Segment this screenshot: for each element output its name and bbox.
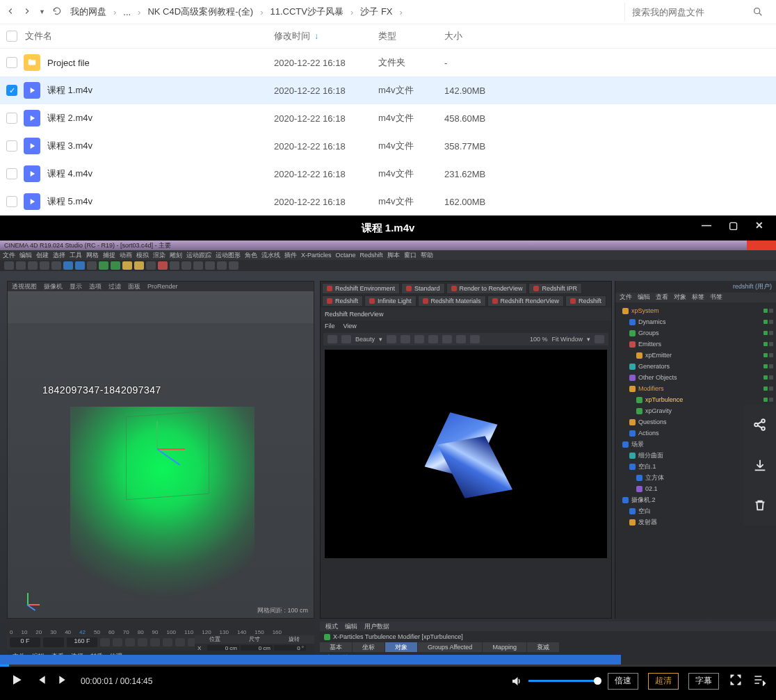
- file-type: 文件夹: [378, 56, 444, 69]
- quality-button[interactable]: 超清: [648, 673, 679, 690]
- table-row[interactable]: 课程 5.m4v2020-12-22 16:18m4v文件162.00MB: [0, 188, 776, 215]
- rendered-object: [429, 412, 512, 496]
- header-mtime[interactable]: 修改时间↓: [274, 30, 378, 42]
- table-row[interactable]: Project file2020-12-22 16:18文件夹-: [0, 49, 776, 76]
- file-type: m4v文件: [378, 140, 444, 152]
- table-row[interactable]: 课程 3.m4v2020-12-22 16:18m4v文件358.77MB: [0, 132, 776, 160]
- breadcrumb-p3[interactable]: 沙子 FX: [360, 6, 392, 18]
- row-checkbox[interactable]: [6, 113, 17, 124]
- row-checkbox[interactable]: [6, 57, 17, 68]
- breadcrumb-p2[interactable]: 11.CCTV沙子风暴: [270, 6, 343, 18]
- breadcrumb-ellipsis[interactable]: ...: [123, 7, 131, 17]
- share-icon[interactable]: [744, 405, 776, 445]
- file-size: 358.77MB: [444, 141, 528, 152]
- breadcrumb-root[interactable]: 我的网盘: [70, 6, 106, 18]
- file-size: -: [444, 58, 528, 68]
- table-row[interactable]: 课程 1.m4v2020-12-22 16:18m4v文件142.90MB: [0, 76, 776, 104]
- object-manager-tabs: 文件编辑查看对象标签书签: [615, 293, 776, 302]
- axis-indicator-icon: [23, 589, 44, 610]
- nav-back-icon[interactable]: [6, 6, 15, 18]
- file-size: 458.60MB: [444, 113, 528, 124]
- viewport-menu: 透视视图摄像机显示选项过滤面板ProRender: [8, 282, 314, 291]
- row-checkbox[interactable]: [6, 168, 17, 179]
- header-type[interactable]: 类型: [378, 30, 444, 42]
- file-name: 课程 5.m4v: [47, 195, 92, 208]
- nav-dropdown-icon[interactable]: ▼: [39, 8, 45, 15]
- file-type: m4v文件: [378, 84, 444, 97]
- search-input[interactable]: [632, 7, 752, 17]
- svg-point-0: [754, 8, 760, 14]
- renderview-toolbar: Beauty▾ 100 % Fit Window▾: [323, 333, 608, 345]
- watermark-text: 1842097347-1842097347: [42, 384, 161, 396]
- header-name[interactable]: 文件名: [24, 30, 274, 42]
- close-icon[interactable]: ✕: [747, 215, 772, 235]
- download-icon[interactable]: [744, 445, 776, 485]
- table-row[interactable]: 课程 2.m4v2020-12-22 16:18m4v文件458.60MB: [0, 104, 776, 132]
- prev-button[interactable]: [33, 673, 47, 689]
- row-checkbox[interactable]: [6, 140, 17, 152]
- next-button[interactable]: [57, 673, 71, 689]
- fullscreen-icon[interactable]: [729, 673, 743, 689]
- c4d-close-icon: [747, 241, 776, 250]
- table-header: 文件名 修改时间↓ 类型 大小: [0, 24, 776, 49]
- search-box[interactable]: [624, 3, 770, 21]
- speed-button[interactable]: 倍速: [608, 673, 638, 690]
- select-all-checkbox[interactable]: [6, 31, 17, 42]
- file-name: 课程 2.m4v: [47, 112, 92, 124]
- layout-label: redshift (用户): [615, 281, 776, 293]
- file-mtime: 2020-12-22 16:18: [274, 169, 378, 179]
- video-icon: [24, 165, 40, 182]
- nav-forward-icon[interactable]: [22, 6, 32, 18]
- breadcrumb: 我的网盘 › ... › NK C4D高级案例教程-(全) › 11.CCTV沙…: [70, 6, 624, 18]
- video-frame: CINEMA 4D R19.024 Studio (RC - R19) - [s…: [0, 241, 776, 665]
- renderview-menu: FileView: [321, 320, 611, 332]
- file-size: 231.62MB: [444, 169, 528, 179]
- file-name: Project file: [47, 58, 90, 68]
- search-icon[interactable]: [752, 6, 763, 17]
- player-title: 课程 1.m4v: [362, 222, 415, 235]
- volume-control[interactable]: [510, 675, 598, 687]
- progress-bar[interactable]: [0, 665, 776, 667]
- c4d-icon-bar: [0, 260, 776, 271]
- file-mtime: 2020-12-22 16:18: [274, 113, 378, 124]
- file-mtime: 2020-12-22 16:18: [274, 58, 378, 68]
- file-type: m4v文件: [378, 112, 444, 124]
- subtitle-button[interactable]: 字幕: [688, 673, 719, 690]
- file-name: 课程 1.m4v: [47, 84, 92, 97]
- file-type: m4v文件: [378, 168, 444, 180]
- redshift-renderview-panel: Redshift EnvironmentStandardRender to Re…: [320, 281, 612, 619]
- time-display: 00:00:01 / 00:14:45: [81, 676, 152, 686]
- video-icon: [24, 193, 40, 210]
- video-player: 课程 1.m4v — ▢ ✕ CINEMA 4D R19.024 Studio …: [0, 215, 776, 697]
- c4d-titlebar: CINEMA 4D R19.024 Studio (RC - R19) - [s…: [0, 241, 776, 250]
- folder-icon: [24, 54, 40, 71]
- playlist-icon[interactable]: [752, 673, 766, 689]
- row-checkbox[interactable]: [6, 196, 17, 207]
- playback-bar: 00:00:01 / 00:14:45 倍速 超清 字幕: [0, 665, 776, 697]
- nav-refresh-icon[interactable]: [52, 6, 62, 18]
- video-icon: [24, 138, 40, 154]
- window-controls: — ▢ ✕: [694, 215, 772, 235]
- row-checkbox[interactable]: [6, 85, 17, 96]
- file-mtime: 2020-12-22 16:18: [274, 197, 378, 207]
- file-type: m4v文件: [378, 195, 444, 208]
- file-size: 162.00MB: [444, 197, 528, 207]
- sort-icon: ↓: [314, 31, 318, 41]
- minimize-icon[interactable]: —: [694, 215, 719, 235]
- player-titlebar: 课程 1.m4v — ▢ ✕: [0, 215, 776, 241]
- video-icon: [24, 82, 40, 99]
- play-button[interactable]: [10, 673, 24, 689]
- renderview-title: Redshift RenderView: [321, 308, 611, 320]
- table-row[interactable]: 课程 4.m4v2020-12-22 16:18m4v文件231.62MB: [0, 160, 776, 188]
- file-name: 课程 3.m4v: [47, 140, 92, 152]
- viewport-footer-text: 网格间距 : 100 cm: [257, 606, 308, 615]
- breadcrumb-p1[interactable]: NK C4D高级案例教程-(全): [147, 6, 253, 18]
- header-size[interactable]: 大小: [444, 30, 528, 42]
- file-mtime: 2020-12-22 16:18: [274, 86, 378, 96]
- maximize-icon[interactable]: ▢: [720, 215, 745, 235]
- redshift-tab-bar: Redshift EnvironmentStandardRender to Re…: [321, 282, 611, 308]
- delete-icon[interactable]: [744, 485, 776, 526]
- netdisk-panel: ▼ 我的网盘 › ... › NK C4D高级案例教程-(全) › 11.CCT…: [0, 0, 776, 215]
- c4d-viewport: 透视视图摄像机显示选项过滤面板ProRender 1842097347-1842…: [7, 281, 314, 619]
- volume-icon[interactable]: [510, 675, 523, 687]
